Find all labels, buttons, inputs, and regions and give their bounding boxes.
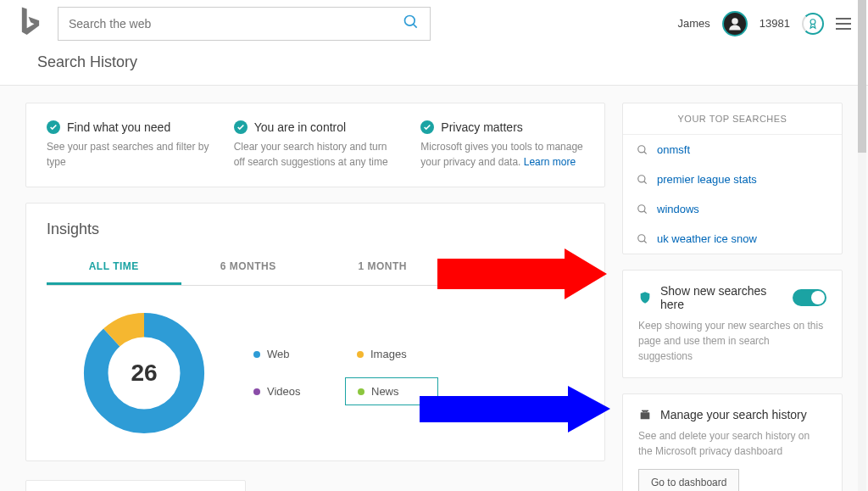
show-new-toggle[interactable] [793, 289, 826, 306]
history-search-box [25, 480, 246, 491]
right-column: YOUR TOP SEARCHES onmsft premier league … [622, 103, 843, 479]
search-button[interactable] [403, 14, 420, 34]
feature-privacy-desc: Microsoft gives you tools to manage your… [420, 139, 584, 170]
learn-more-link[interactable]: Learn more [524, 156, 576, 168]
svg-point-0 [405, 15, 415, 25]
svg-point-12 [638, 234, 645, 241]
features-card: Find what you need See your past searche… [25, 103, 605, 187]
go-to-dashboard-button[interactable]: Go to dashboard [638, 469, 739, 491]
show-new-title: Show new searches here [660, 284, 784, 311]
legend-images[interactable]: Images [345, 341, 438, 367]
tab-1-week[interactable]: 1 WEEK [450, 250, 585, 285]
svg-point-8 [638, 175, 645, 181]
top-search-item[interactable]: uk weather ice snow [623, 224, 842, 254]
rewards-points[interactable]: 13981 [760, 17, 790, 30]
scrollbar-thumb[interactable] [858, 0, 866, 153]
feature-find: Find what you need See your past searche… [47, 120, 210, 170]
search-input[interactable] [69, 17, 403, 31]
search-box [58, 7, 431, 41]
tab-6-months[interactable]: 6 MONTHS [181, 250, 316, 285]
show-new-desc: Keep showing your new searches on this p… [638, 318, 826, 364]
svg-line-11 [644, 210, 647, 213]
top-search-item[interactable]: windows [623, 194, 842, 224]
content: Find what you need See your past searche… [0, 86, 868, 491]
shield-icon [638, 291, 652, 304]
svg-point-6 [638, 145, 645, 152]
feature-control: You are in control Clear your search his… [234, 120, 398, 170]
insights-tabs: ALL TIME 6 MONTHS 1 MONTH 1 WEEK [47, 250, 584, 286]
svg-line-1 [414, 24, 417, 27]
show-new-searches-card: Show new searches here Keep showing your… [622, 270, 843, 378]
user-name[interactable]: James [678, 17, 710, 30]
manage-history-card: Manage your search history See and delet… [622, 393, 843, 491]
svg-line-13 [644, 240, 647, 243]
svg-point-10 [638, 204, 645, 211]
svg-rect-14 [641, 412, 650, 419]
donut-chart: 26 [81, 310, 208, 437]
check-icon [234, 120, 248, 134]
left-column: Find what you need See your past searche… [25, 103, 605, 479]
manage-desc: See and delete your search history on th… [638, 428, 826, 459]
top-right: James 13981 [678, 11, 851, 36]
top-searches-card: YOUR TOP SEARCHES onmsft premier league … [622, 103, 843, 254]
legend: Web Images Videos News [242, 341, 438, 405]
history-icon [638, 408, 652, 421]
insights-card: Insights ALL TIME 6 MONTHS 1 MONTH 1 WEE… [25, 203, 605, 461]
top-searches-title: YOUR TOP SEARCHES [623, 103, 842, 135]
svg-line-7 [644, 151, 647, 153]
tab-all-time[interactable]: ALL TIME [47, 250, 181, 285]
menu-icon[interactable] [836, 18, 851, 30]
check-icon [420, 120, 434, 134]
legend-news[interactable]: News [345, 377, 438, 405]
svg-rect-15 [642, 410, 648, 411]
legend-videos[interactable]: Videos [242, 377, 335, 405]
insights-title: Insights [47, 220, 584, 238]
feature-privacy: Privacy matters Microsoft gives you tool… [420, 120, 584, 170]
svg-point-3 [810, 19, 815, 24]
top-bar: James 13981 [0, 0, 868, 47]
page-title: Search History [37, 53, 831, 71]
legend-web[interactable]: Web [242, 341, 335, 367]
rewards-icon[interactable] [802, 13, 824, 35]
svg-line-9 [644, 181, 647, 183]
subheader: Search History [0, 47, 868, 86]
svg-point-2 [732, 18, 738, 25]
donut-total: 26 [81, 310, 208, 437]
top-search-item[interactable]: premier league stats [623, 165, 842, 194]
scrollbar[interactable] [858, 0, 866, 491]
bing-logo[interactable] [17, 6, 41, 42]
manage-title: Manage your search history [660, 408, 807, 421]
check-icon [47, 120, 60, 134]
avatar[interactable] [722, 11, 748, 36]
tab-1-month[interactable]: 1 MONTH [315, 250, 450, 285]
top-search-item[interactable]: onmsft [623, 135, 842, 165]
